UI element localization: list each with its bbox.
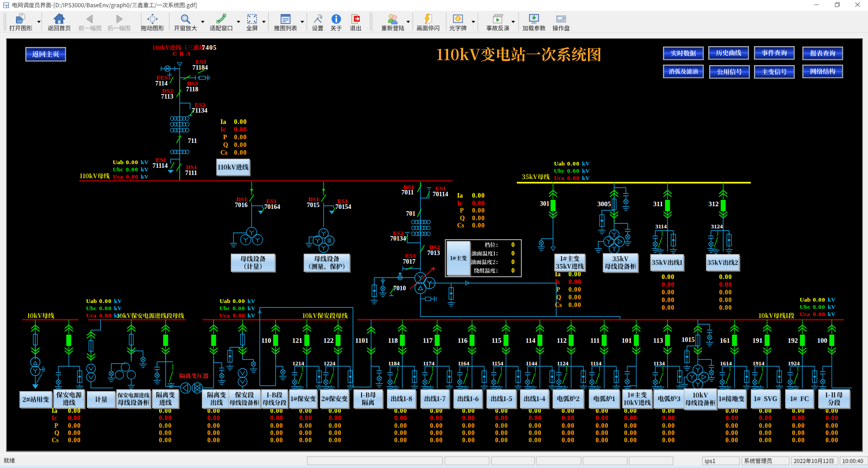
- svg-text:1614: 1614: [720, 360, 732, 367]
- svg-text:0.00: 0.00: [624, 422, 637, 429]
- svg-text:118: 118: [388, 337, 398, 344]
- svg-text:0: 0: [511, 250, 515, 257]
- svg-text:0.00: 0.00: [825, 415, 839, 421]
- svg-text:0.00: 0.00: [462, 415, 475, 421]
- svg-text:kV: kV: [141, 159, 149, 165]
- svg-text:0.00: 0.00: [270, 437, 283, 444]
- svg-text:kV: kV: [141, 166, 149, 173]
- svg-text:71114: 71114: [153, 162, 167, 169]
- svg-text:0.00: 0.00: [472, 215, 485, 222]
- svg-text:0.00: 0.00: [495, 415, 508, 421]
- svg-text:kV: kV: [248, 312, 256, 319]
- svg-text:0.00: 0.00: [725, 415, 739, 421]
- svg-text:kV: kV: [114, 298, 122, 304]
- svg-text:0.00: 0.00: [159, 415, 172, 421]
- svg-text:0.00: 0.00: [430, 430, 443, 436]
- svg-text:1144: 1144: [526, 360, 538, 367]
- svg-text:0.00: 0.00: [207, 430, 220, 436]
- svg-text:0.00: 0.00: [792, 422, 805, 429]
- svg-text:0.00: 0.00: [68, 407, 81, 414]
- svg-text:0.00: 0.00: [568, 279, 582, 285]
- svg-text:114: 114: [525, 337, 535, 344]
- svg-text:701: 701: [406, 210, 415, 217]
- svg-text:1015: 1015: [682, 336, 695, 343]
- svg-text:1914: 1914: [753, 360, 765, 367]
- svg-text:0.00: 0.00: [662, 289, 675, 296]
- svg-text:kV: kV: [582, 160, 590, 167]
- svg-text:312: 312: [709, 200, 719, 208]
- svg-text:0.00: 0.00: [662, 274, 675, 280]
- svg-text:3005: 3005: [597, 200, 611, 208]
- svg-text:Cs: Cs: [555, 302, 562, 308]
- svg-text:0.00: 0.00: [462, 430, 475, 436]
- svg-text:0.00: 0.00: [462, 437, 475, 444]
- svg-text:P: P: [556, 286, 560, 293]
- svg-text:kV: kV: [582, 175, 590, 181]
- svg-text:0.00: 0.00: [719, 281, 732, 288]
- svg-text:Uca: Uca: [113, 173, 123, 180]
- svg-text:Cs: Cs: [457, 222, 464, 229]
- svg-text:0.00: 0.00: [159, 422, 172, 429]
- svg-text:0.00: 0.00: [270, 422, 283, 429]
- svg-text:0.00: 0.00: [159, 430, 172, 436]
- svg-text:0.00: 0.00: [207, 422, 220, 429]
- svg-text:3124: 3124: [711, 223, 723, 230]
- svg-text:Ubc: Ubc: [219, 305, 230, 312]
- svg-text:0.00: 0.00: [329, 422, 342, 429]
- svg-text:0.00: 0.00: [529, 415, 542, 421]
- svg-text:0.00: 0.00: [68, 422, 81, 429]
- svg-text:0.00: 0.00: [99, 312, 112, 319]
- svg-text:7017: 7017: [403, 258, 415, 265]
- svg-text:0.00: 0.00: [430, 422, 443, 429]
- svg-text:0.00: 0.00: [529, 422, 542, 429]
- svg-text:0.00: 0.00: [462, 422, 475, 429]
- svg-text:7010: 7010: [393, 285, 406, 292]
- svg-text:191: 191: [753, 337, 763, 344]
- svg-text:0.00: 0.00: [68, 415, 81, 421]
- svg-text:0.00: 0.00: [825, 437, 839, 444]
- svg-text:7011: 7011: [401, 189, 414, 196]
- svg-text:Ia: Ia: [220, 118, 226, 125]
- svg-text:113: 113: [653, 337, 663, 344]
- svg-text:7016: 7016: [235, 202, 248, 208]
- svg-text:Ia: Ia: [52, 407, 57, 414]
- svg-text:0.00: 0.00: [825, 422, 839, 429]
- svg-text:0.00: 0.00: [662, 422, 675, 429]
- svg-text:0.00: 0.00: [126, 173, 138, 180]
- svg-text:100: 100: [817, 337, 828, 344]
- svg-text:7113: 7113: [161, 93, 173, 100]
- svg-text:0.00: 0.00: [725, 437, 739, 444]
- svg-text:A: A: [186, 50, 191, 57]
- svg-text:0.00: 0.00: [394, 422, 407, 429]
- svg-text:0.00: 0.00: [662, 304, 675, 311]
- svg-text:0.00: 0.00: [394, 415, 407, 421]
- svg-text:0.00: 0.00: [99, 305, 112, 312]
- svg-text:0.00: 0.00: [662, 430, 675, 436]
- svg-text:0.00: 0.00: [430, 437, 443, 444]
- svg-text:0.00: 0.00: [725, 430, 739, 436]
- svg-text:B: B: [179, 50, 183, 57]
- svg-text:1124: 1124: [557, 360, 569, 367]
- svg-text:161: 161: [720, 337, 730, 344]
- svg-text:1184: 1184: [388, 360, 400, 367]
- svg-text:0.00: 0.00: [596, 430, 609, 436]
- svg-text:0.00: 0.00: [719, 304, 732, 311]
- svg-text:kV: kV: [114, 305, 122, 312]
- svg-text:kV: kV: [248, 305, 256, 312]
- svg-text:0.00: 0.00: [662, 415, 675, 421]
- svg-text:1154: 1154: [492, 360, 504, 367]
- svg-text:Uca: Uca: [800, 311, 810, 317]
- svg-text:Uab: Uab: [219, 298, 230, 304]
- svg-text:1224: 1224: [324, 360, 336, 367]
- svg-text:70164: 70164: [264, 203, 280, 210]
- svg-text:0.00: 0.00: [662, 281, 675, 288]
- svg-text:Uca: Uca: [86, 312, 96, 319]
- svg-text:0: 0: [511, 259, 515, 265]
- svg-text:Uca: Uca: [219, 312, 230, 319]
- svg-text:0.00: 0.00: [624, 415, 637, 421]
- svg-text:P: P: [223, 134, 227, 141]
- svg-text:116: 116: [458, 337, 467, 344]
- svg-text:0.00: 0.00: [596, 437, 609, 444]
- svg-text:Uab: Uab: [113, 159, 124, 165]
- svg-text:7114: 7114: [155, 80, 167, 87]
